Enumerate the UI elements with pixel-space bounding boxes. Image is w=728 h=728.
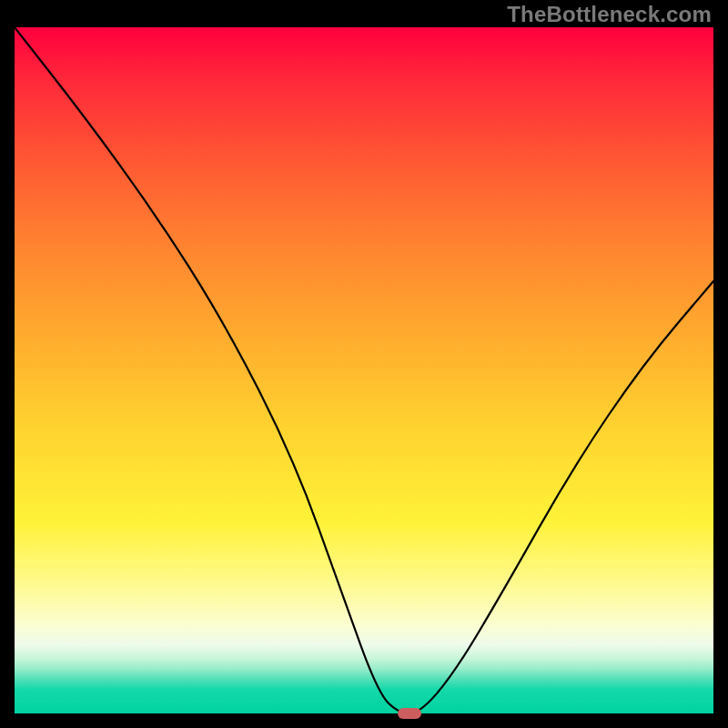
curve-svg (15, 27, 713, 713)
bottleneck-curve (15, 27, 713, 713)
watermark-text: TheBottleneck.com (507, 2, 712, 27)
plot-area (15, 27, 713, 713)
optimal-point-marker (398, 708, 421, 719)
chart-frame: TheBottleneck.com (0, 0, 728, 728)
